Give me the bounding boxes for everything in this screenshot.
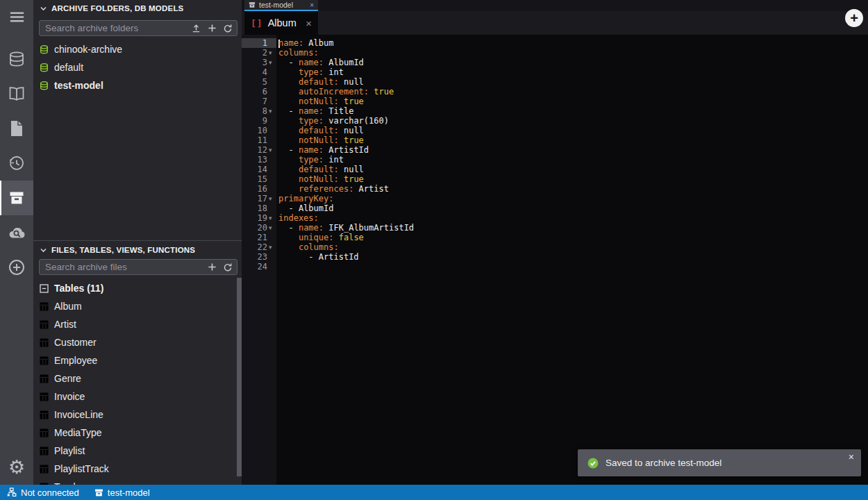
menu-icon[interactable] <box>0 0 33 33</box>
code-line[interactable]: 15 notNull: true <box>242 174 868 184</box>
plus-icon[interactable] <box>208 24 217 33</box>
not-connected-icon <box>6 488 17 498</box>
code-line[interactable]: 3▾ - name: AlbumId <box>242 58 868 67</box>
code-line[interactable]: 14 default: null <box>242 165 868 174</box>
model-status[interactable]: test-model <box>94 488 150 498</box>
fold-arrow-icon[interactable]: ▾ <box>267 145 276 155</box>
table-icon <box>40 447 49 456</box>
code-line[interactable]: 2▾columns: <box>242 48 868 58</box>
database-icon[interactable] <box>0 42 33 76</box>
archive-folder-item[interactable]: chinook-archive <box>33 40 242 58</box>
fold-arrow-icon[interactable]: ▾ <box>267 194 276 203</box>
code-line[interactable]: 1name: Album <box>242 38 868 48</box>
close-icon[interactable]: × <box>306 17 312 29</box>
history-icon[interactable] <box>0 146 33 181</box>
connection-status[interactable]: Not connected <box>6 488 79 498</box>
archive-folder-item[interactable]: default <box>33 58 242 76</box>
table-item[interactable]: Artist <box>33 315 242 333</box>
table-item[interactable]: Genre <box>33 369 242 388</box>
yaml-editor[interactable]: 1name: Album2▾columns:3▾ - name: AlbumId… <box>242 35 868 485</box>
new-tab-button[interactable]: + <box>845 9 863 27</box>
table-item[interactable]: InvoiceLine <box>33 406 242 424</box>
close-icon[interactable]: × <box>310 1 314 9</box>
tab-album[interactable]: [] Album × <box>244 11 318 35</box>
table-label: InvoiceLine <box>54 409 103 420</box>
archive-folder-label: chinook-archive <box>54 44 122 55</box>
check-circle-icon <box>587 458 599 469</box>
book-icon[interactable] <box>0 76 33 111</box>
fold-slot <box>267 77 276 87</box>
line-number: 17▾ <box>242 194 276 203</box>
table-icon <box>40 428 49 438</box>
fold-arrow-icon[interactable]: ▾ <box>267 48 276 58</box>
code-line[interactable]: 7 notNull: true <box>242 97 868 106</box>
tab-test-model[interactable]: test-model × <box>244 0 318 11</box>
code-text: columns: <box>276 242 339 252</box>
fold-arrow-icon[interactable]: ▾ <box>267 58 276 67</box>
fold-arrow-icon[interactable]: ▾ <box>267 213 276 223</box>
code-line[interactable]: 16 references: Artist <box>242 184 868 194</box>
fold-arrow-icon[interactable]: ▾ <box>267 223 276 233</box>
archive-folders-header[interactable]: ARCHIVE FOLDERS, DB MODELS <box>33 0 242 17</box>
code-line[interactable]: 19▾indexes: <box>242 213 868 223</box>
table-item[interactable]: Album <box>33 297 242 315</box>
line-number: 3▾ <box>242 58 276 67</box>
refresh-icon[interactable] <box>223 262 233 272</box>
table-item[interactable]: MediaType <box>33 424 242 442</box>
line-number: 13 <box>242 155 276 165</box>
plus-icon[interactable] <box>208 262 217 272</box>
scrollbar[interactable] <box>237 278 242 476</box>
table-list: Album Artist Customer Employee Genre Inv… <box>33 297 242 485</box>
code-line[interactable]: 11 notNull: true <box>242 135 868 145</box>
file-icon[interactable] <box>0 111 33 146</box>
table-label: Genre <box>54 373 81 384</box>
table-label: PlaylistTrack <box>54 463 109 474</box>
archive-folder-item[interactable]: test-model <box>33 76 242 94</box>
table-item[interactable]: Playlist <box>33 442 242 460</box>
code-line[interactable]: 20▾ - name: IFK_AlbumArtistId <box>242 223 868 233</box>
code-line[interactable]: 22▾ columns: <box>242 242 868 252</box>
table-item[interactable]: Track <box>33 478 242 485</box>
files-header[interactable]: FILES, TABLES, VIEWS, FUNCTIONS <box>33 241 242 259</box>
code-line[interactable]: 6 autoIncrement: true <box>242 87 868 97</box>
refresh-icon[interactable] <box>223 24 233 33</box>
code-line[interactable]: 5 default: null <box>242 77 868 87</box>
code-line[interactable]: 17▾primaryKey: <box>242 194 868 203</box>
fold-slot <box>267 155 276 165</box>
line-number: 15 <box>242 174 276 184</box>
code-text: references: Artist <box>276 184 389 194</box>
table-item[interactable]: PlaylistTrack <box>33 460 242 478</box>
code-line[interactable]: 9 type: varchar(160) <box>242 116 868 126</box>
archive-folder-label: default <box>54 62 83 73</box>
table-item[interactable]: Employee <box>33 351 242 369</box>
fold-slot <box>267 184 276 194</box>
upload-icon[interactable] <box>191 23 201 33</box>
code-line[interactable]: 23 - ArtistId <box>242 252 868 262</box>
table-label: Customer <box>54 337 97 348</box>
toast-close-icon[interactable]: × <box>849 451 854 462</box>
table-icon <box>40 356 49 365</box>
cloud-search-icon[interactable] <box>0 215 33 250</box>
table-item[interactable]: Customer <box>33 333 242 351</box>
archive-folder-label: test-model <box>54 80 103 91</box>
archive-folder-list: chinook-archive default test-model <box>33 40 242 94</box>
tables-group-header[interactable]: Tables (11) <box>33 279 242 297</box>
code-line[interactable]: 24 <box>242 262 868 272</box>
tables-group-label: Tables (11) <box>54 283 103 294</box>
gear-icon[interactable]: ⚙ <box>0 450 33 485</box>
add-circle-icon[interactable] <box>0 250 33 285</box>
table-item[interactable]: Invoice <box>33 388 242 406</box>
activity-bar: ⚙ <box>0 0 33 485</box>
code-line[interactable]: 10 default: null <box>242 126 868 135</box>
code-line[interactable]: 12▾ - name: ArtistId <box>242 145 868 155</box>
code-line[interactable]: 4 type: int <box>242 67 868 77</box>
code-line[interactable]: 18 - AlbumId <box>242 203 868 213</box>
code-text: - name: Title <box>276 106 353 116</box>
code-line[interactable]: 21 unique: false <box>242 233 868 242</box>
code-line[interactable]: 13 type: int <box>242 155 868 165</box>
archive-icon[interactable] <box>0 181 33 215</box>
fold-arrow-icon[interactable]: ▾ <box>267 242 276 252</box>
code-line[interactable]: 8▾ - name: Title <box>242 106 868 116</box>
fold-arrow-icon[interactable]: ▾ <box>267 106 276 116</box>
code-text: - AlbumId <box>276 203 333 213</box>
